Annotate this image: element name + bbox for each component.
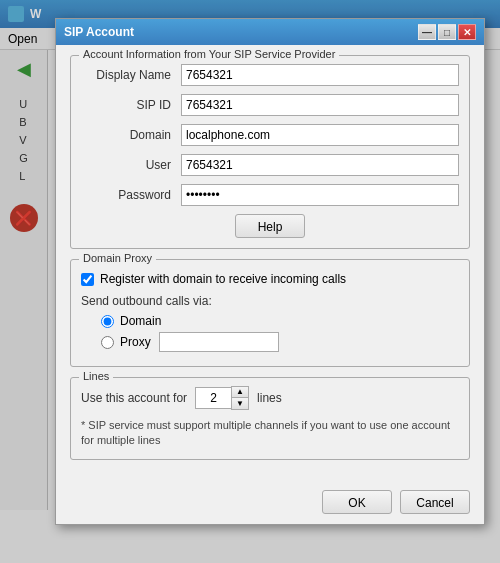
lines-count-input[interactable] (195, 387, 231, 409)
user-row: User (81, 154, 459, 176)
dialog-titlebar: SIP Account — □ ✕ (56, 19, 484, 45)
sip-id-row: SIP ID (81, 94, 459, 116)
cancel-button[interactable]: Cancel (400, 490, 470, 514)
dialog-title: SIP Account (64, 25, 134, 39)
help-button[interactable]: Help (235, 214, 305, 238)
sip-id-label: SIP ID (81, 98, 171, 112)
domain-radio[interactable] (101, 315, 114, 328)
domain-radio-label: Domain (120, 314, 161, 328)
user-input[interactable] (181, 154, 459, 176)
sip-account-dialog: SIP Account — □ ✕ Account Information fr… (55, 18, 485, 525)
domain-radio-row: Domain (81, 314, 459, 328)
register-checkbox[interactable] (81, 273, 94, 286)
user-label: User (81, 158, 171, 172)
use-this-label: Use this account for (81, 391, 187, 405)
proxy-input[interactable] (159, 332, 279, 352)
display-name-label: Display Name (81, 68, 171, 82)
password-label: Password (81, 188, 171, 202)
domain-input[interactable] (181, 124, 459, 146)
display-name-input[interactable] (181, 64, 459, 86)
register-checkbox-row: Register with domain to receive incoming… (81, 272, 459, 286)
lines-legend: Lines (79, 370, 113, 382)
password-input[interactable] (181, 184, 459, 206)
maximize-button[interactable]: □ (438, 24, 456, 40)
spinner-up-button[interactable]: ▲ (232, 387, 248, 398)
lines-count-row: Use this account for ▲ ▼ lines (81, 386, 459, 410)
lines-suffix: lines (257, 391, 282, 405)
register-label: Register with domain to receive incoming… (100, 272, 346, 286)
dialog-footer: OK Cancel (56, 484, 484, 524)
account-info-group: Account Information from Your SIP Servic… (70, 55, 470, 249)
proxy-radio[interactable] (101, 336, 114, 349)
proxy-radio-row: Proxy (81, 332, 459, 352)
password-row: Password (81, 184, 459, 206)
dialog-body: Account Information from Your SIP Servic… (56, 45, 484, 484)
domain-proxy-legend: Domain Proxy (79, 252, 156, 264)
titlebar-buttons: — □ ✕ (418, 24, 476, 40)
domain-label: Domain (81, 128, 171, 142)
spinner-down-button[interactable]: ▼ (232, 398, 248, 409)
account-info-legend: Account Information from Your SIP Servic… (79, 48, 339, 60)
display-name-row: Display Name (81, 64, 459, 86)
lines-spinner: ▲ ▼ (195, 386, 249, 410)
domain-proxy-group: Domain Proxy Register with domain to rec… (70, 259, 470, 367)
lines-note: * SIP service must support multiple chan… (81, 418, 459, 449)
minimize-button[interactable]: — (418, 24, 436, 40)
sip-id-input[interactable] (181, 94, 459, 116)
close-button[interactable]: ✕ (458, 24, 476, 40)
spinner-buttons: ▲ ▼ (231, 386, 249, 410)
lines-group: Lines Use this account for ▲ ▼ lines * S… (70, 377, 470, 460)
domain-row: Domain (81, 124, 459, 146)
proxy-radio-label: Proxy (120, 335, 151, 349)
ok-button[interactable]: OK (322, 490, 392, 514)
send-label: Send outbound calls via: (81, 294, 459, 308)
